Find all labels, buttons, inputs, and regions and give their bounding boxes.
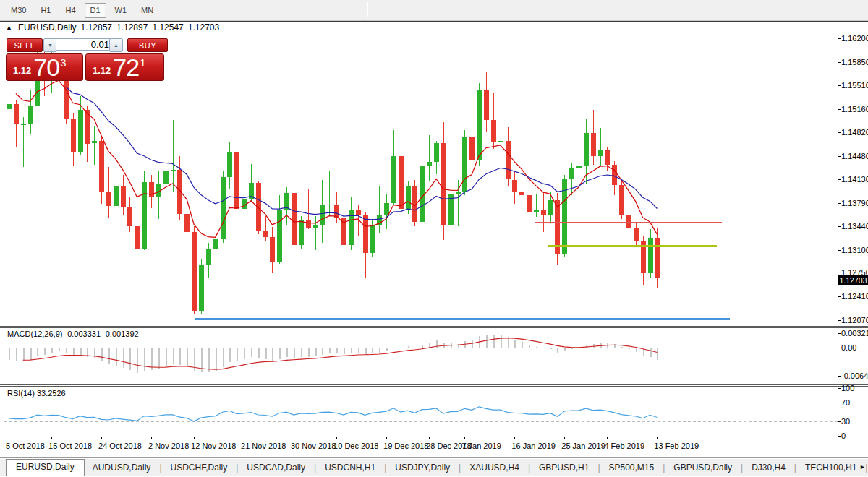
price-axis-label: 1.15510 (841, 81, 868, 90)
date-axis-label: 2 Nov 2018 (148, 442, 189, 450)
chart-tab-eurusd-daily[interactable]: EURUSD,Daily (6, 459, 85, 476)
chart-tab-dj30-h4[interactable]: DJ30,H4 (744, 460, 793, 476)
chart-tab-gbpusd-h1[interactable]: GBPUSD,H1 (531, 460, 597, 476)
timeframe-button-h4[interactable]: H4 (59, 3, 81, 18)
date-axis-label: 12 Nov 2018 (191, 442, 236, 450)
date-axis-label: 13 Feb 2019 (654, 442, 699, 450)
rsi-axis-label: 70 (841, 398, 850, 407)
toolbar-separator (367, 2, 368, 17)
timeframe-button-w1[interactable]: W1 (109, 3, 133, 18)
chart-tab-audusd-daily[interactable]: AUDUSD,Daily (85, 460, 159, 476)
price-axis-label: 1.13440 (841, 222, 868, 231)
macd-indicator-label: MACD(12,26,9) -0.003331 -0.001392 (7, 330, 139, 338)
date-axis-label: 5 Oct 2018 (6, 442, 45, 450)
current-price-badge: 1.12703 (838, 275, 868, 285)
chart-tab-usdcad-daily[interactable]: USDCAD,Daily (239, 460, 313, 476)
chart-tab-usdcnh-h1[interactable]: USDCNH,H1 (317, 460, 383, 476)
price-axis-label: 1.15160 (841, 105, 868, 113)
sell-price-sup: 3 (60, 56, 66, 69)
date-axis-label: 24 Oct 2018 (98, 442, 142, 450)
one-click-collapse-icon[interactable]: ▲ (6, 24, 12, 31)
chart-tab-sp500-m15[interactable]: SP500,M15 (601, 460, 663, 476)
date-axis-label: 4 Feb 2019 (604, 442, 644, 450)
sell-price-small: 1.12 (13, 65, 31, 76)
chevron-up-icon: ▲ (114, 43, 119, 48)
price-axis-label: 1.12410 (841, 292, 868, 301)
timeframe-buttons: M30H1H4D1W1MN (4, 3, 161, 18)
date-axis-label: 16 Jan 2019 (511, 442, 556, 450)
chart-header: ▲EURUSD,Daily1.128571.128971.125471.1270… (6, 22, 219, 33)
ohlc-open: 1.12857 (81, 22, 112, 33)
date-axis-label: 25 Jan 2019 (561, 442, 605, 450)
macd-axis-label: -0.006485 (841, 371, 868, 380)
buy-price-box[interactable]: 1.12 72 1 (85, 53, 164, 81)
date-axis-label: 19 Dec 2018 (383, 442, 428, 450)
price-axis-label: 1.13100 (841, 246, 868, 254)
ohlc-high: 1.12897 (116, 22, 148, 33)
buy-button[interactable]: BUY (127, 38, 168, 52)
price-axis-label: 1.15850 (841, 58, 868, 66)
tab-scroll-left-icon[interactable]: ◄ (846, 463, 853, 470)
chart-symbol-label: EURUSD,Daily (18, 22, 77, 33)
volume-input[interactable]: 0.01 (56, 38, 115, 51)
mt4-window: M30H1H4D1W1MN ▲EURUSD,Daily1.128571.1289… (0, 0, 868, 477)
rsi-axis-label: 0 (841, 431, 846, 440)
macd-axis-label: 0.003216 (841, 329, 868, 338)
rsi-axis-label: 30 (841, 417, 850, 426)
ohlc-low: 1.12547 (152, 22, 183, 33)
chart-tab-tech100-h1[interactable]: TECH100,H1 (797, 460, 864, 476)
price-axis-label: 1.16200 (841, 34, 868, 43)
price-axis-label: 1.14480 (841, 152, 868, 160)
chevron-down-icon: ▼ (48, 43, 53, 48)
chart-tab-bar: EURUSD,DailyAUDUSD,Daily|USDCHF,Daily|US… (0, 457, 868, 476)
chart-tab-xauusd-h4[interactable]: XAUUSD,H4 (461, 460, 527, 476)
buy-price-big: 72 (113, 56, 139, 79)
timeframe-toolbar: M30H1H4D1W1MN (0, 0, 868, 21)
tab-scroll-right-icon[interactable]: ► (859, 463, 866, 470)
date-axis-label: 21 Nov 2018 (241, 442, 286, 450)
buy-price-small: 1.12 (93, 65, 111, 76)
sell-price-big: 70 (33, 56, 59, 79)
chart-tab-usdjpy-daily[interactable]: USDJPY,Daily (387, 460, 458, 476)
price-axis-label: 1.14130 (841, 175, 868, 184)
price-axis-label: 1.12070 (841, 316, 868, 325)
macd-axis-label: 0.00 (841, 343, 856, 352)
volume-up-button[interactable]: ▲ (109, 38, 123, 52)
rsi-axis-label: 100 (841, 384, 854, 392)
timeframe-button-m30[interactable]: M30 (5, 3, 32, 18)
timeframe-button-mn[interactable]: MN (135, 3, 159, 18)
chart-tab-gbpusd-daily[interactable]: GBPUSD,Daily (665, 460, 740, 476)
date-axis-label: 30 Nov 2018 (291, 442, 336, 450)
chart-tab-usdchf-daily[interactable]: USDCHF,Daily (163, 460, 236, 476)
date-axis-label: 7 Jan 2019 (461, 442, 501, 450)
buy-price-sup: 1 (140, 56, 145, 69)
date-axis-label: 15 Oct 2018 (48, 442, 92, 450)
chart-tabs: EURUSD,DailyAUDUSD,Daily|USDCHF,Daily|US… (0, 459, 868, 476)
ohlc-close: 1.12703 (188, 22, 219, 33)
timeframe-button-d1[interactable]: D1 (85, 3, 106, 18)
price-axis-label: 1.14820 (841, 128, 868, 137)
sell-button[interactable]: SELL (7, 38, 43, 52)
sell-price-box[interactable]: 1.12 70 3 (6, 53, 83, 81)
timeframe-button-h1[interactable]: H1 (35, 3, 56, 18)
date-axis-label: 10 Dec 2018 (333, 442, 378, 450)
rsi-indicator-label: RSI(14) 33.2526 (7, 389, 66, 398)
price-axis-label: 1.13790 (841, 199, 868, 207)
